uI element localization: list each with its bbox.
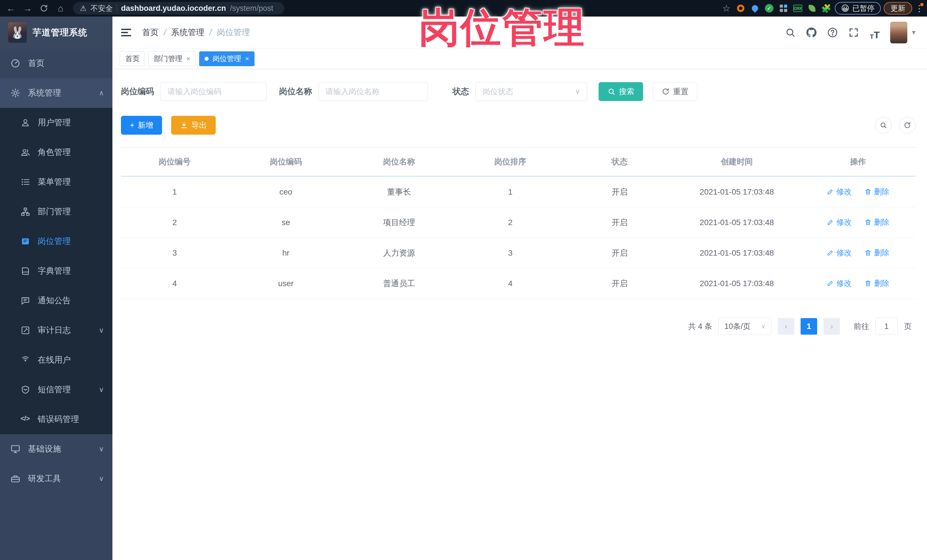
search-button[interactable]: 搜索 — [599, 82, 643, 101]
sidebar-item-label: 研发工具 — [28, 473, 91, 484]
header-search-button[interactable] — [782, 24, 798, 41]
browser-refresh-button[interactable] — [37, 2, 51, 15]
refresh-icon — [662, 88, 670, 96]
tab-posts[interactable]: 岗位管理 × — [199, 52, 254, 66]
app-logo-row[interactable]: 🐰 芋道管理系统 — [0, 17, 112, 49]
delete-link[interactable]: 删除 — [864, 278, 889, 288]
extension-grid-icon[interactable] — [778, 3, 789, 14]
sidebar-item-label: 在线用户 — [38, 354, 104, 366]
sidebar-item-audit-log[interactable]: 审计日志 ∨ — [0, 316, 112, 345]
sidebar-item-infrastructure[interactable]: 基础设施 ∨ — [0, 434, 112, 464]
trash-icon — [864, 249, 872, 256]
post-code-input-wrap — [160, 82, 266, 101]
sidebar-item-label: 岗位管理 — [38, 236, 104, 247]
help-button[interactable] — [825, 24, 840, 41]
next-page-button[interactable]: › — [824, 318, 840, 335]
users-icon — [21, 147, 30, 157]
user-avatar[interactable] — [890, 22, 907, 43]
extension-location-pin-icon[interactable] — [749, 3, 761, 14]
col-header-post-name: 岗位名称 — [343, 147, 455, 176]
reset-button[interactable]: 重置 — [653, 82, 697, 101]
pagination: 共 4 条 10条/页 ∨ ‹ 1 › 前往 页 — [121, 318, 912, 335]
cell-post-name: 普通员工 — [343, 269, 455, 299]
prev-page-button[interactable]: ‹ — [778, 318, 794, 335]
sidebar-item-notices[interactable]: 通知公告 — [0, 286, 112, 316]
status-select[interactable]: 岗位状态 ∨ — [475, 82, 587, 101]
page-number-1[interactable]: 1 — [801, 318, 817, 335]
sidebar-item-users[interactable]: 用户管理 — [0, 108, 112, 138]
sidebar-item-menus[interactable]: 菜单管理 — [0, 167, 112, 197]
extension-orange-ring-icon[interactable] — [735, 3, 746, 14]
chevron-down-icon: ∨ — [761, 323, 766, 330]
tab-home[interactable]: 首页 — [120, 52, 145, 66]
sidebar-item-sms[interactable]: 短信管理 ∨ — [0, 375, 112, 405]
monitor-icon — [10, 444, 21, 454]
edit-link[interactable]: 修改 — [827, 217, 852, 228]
edit-label: 修改 — [836, 187, 852, 197]
avatar-caret-icon[interactable]: ▾ — [912, 28, 916, 37]
post-code-input[interactable] — [167, 87, 259, 96]
list-icon — [21, 177, 30, 187]
url-path: /system/post — [230, 4, 274, 13]
edit-label: 修改 — [836, 278, 852, 288]
sidebar-item-roles[interactable]: 角色管理 — [0, 138, 112, 167]
table-row: 4 user 普通员工 4 开启 2021-01-05 17:03:48 修改 … — [121, 269, 916, 299]
sidebar-item-error-codes[interactable]: </> 错误码管理 — [0, 405, 112, 434]
sidebar-item-label: 系统管理 — [28, 87, 91, 99]
prev-icon: ‹ — [785, 322, 787, 331]
toggle-search-button[interactable] — [875, 117, 892, 134]
close-icon[interactable]: × — [186, 55, 190, 63]
extension-green-check-icon[interactable]: ✓ — [763, 3, 775, 14]
sidebar-item-label: 通知公告 — [38, 295, 104, 307]
profile-paused-chip[interactable]: 😀 已暂停 — [835, 2, 881, 15]
browser-back-button[interactable]: ← — [4, 2, 18, 15]
extensions-puzzle-icon[interactable]: 🧩 — [821, 3, 832, 14]
sidebar-item-online-users[interactable]: 在线用户 — [0, 345, 112, 375]
cell-post-id: 2 — [121, 207, 228, 238]
not-secure-label[interactable]: 不安全 — [90, 3, 113, 14]
edit-icon — [827, 219, 834, 226]
table-row: 1 ceo 董事长 1 开启 2021-01-05 17:03:48 修改 删除 — [121, 176, 916, 207]
add-button[interactable]: + 新增 — [121, 116, 162, 135]
breadcrumb-system[interactable]: 系统管理 — [171, 27, 204, 38]
fullscreen-button[interactable] — [846, 24, 862, 41]
sidebar-item-dev-tools[interactable]: 研发工具 ∨ — [0, 464, 112, 493]
browser-home-button[interactable]: ⌂ — [54, 2, 67, 15]
export-button-label: 导出 — [191, 120, 207, 131]
delete-link[interactable]: 删除 — [864, 187, 889, 197]
sidebar-item-home[interactable]: 首页 — [0, 49, 112, 78]
sidebar-item-dictionary[interactable]: 字典管理 — [0, 256, 112, 286]
export-button[interactable]: 导出 — [171, 116, 216, 135]
browser-forward-button[interactable]: → — [21, 2, 34, 15]
sidebar-item-label: 错误码管理 — [38, 414, 104, 425]
address-bar[interactable]: ⚠ 不安全 dashboard.yudao.iocoder.cn/system/… — [73, 2, 284, 15]
delete-link[interactable]: 删除 — [864, 247, 889, 258]
breadcrumb-home[interactable]: 首页 — [142, 27, 159, 38]
font-size-button[interactable]: TT — [867, 24, 883, 41]
sidebar-item-departments[interactable]: 部门管理 — [0, 197, 112, 226]
edit-link[interactable]: 修改 — [827, 278, 852, 288]
bookmark-star-icon[interactable]: ☆ — [721, 3, 732, 14]
delete-label: 删除 — [874, 278, 889, 288]
dashboard-icon — [10, 58, 21, 68]
post-name-input[interactable] — [325, 87, 421, 96]
gear-icon — [10, 88, 21, 98]
page-size-select[interactable]: 10条/页 ∨ — [719, 318, 772, 335]
browser-menu-button[interactable]: ⋮ — [915, 3, 923, 14]
goto-page-input[interactable] — [875, 318, 898, 335]
refresh-table-button[interactable] — [899, 117, 916, 134]
extension-leaf-icon[interactable] — [806, 3, 818, 14]
post-code-label: 岗位编码 — [121, 86, 154, 97]
chrome-update-button[interactable]: 更新 — [884, 2, 912, 15]
delete-link[interactable]: 删除 — [864, 217, 889, 228]
extension-crx-icon[interactable]: CRX — [792, 3, 804, 14]
edit-link[interactable]: 修改 — [827, 247, 852, 258]
sidebar-item-system[interactable]: 系统管理 ∧ — [0, 78, 112, 108]
github-link[interactable] — [804, 24, 819, 41]
edit-link[interactable]: 修改 — [827, 187, 852, 197]
tab-label: 部门管理 — [154, 54, 182, 63]
close-icon[interactable]: × — [245, 55, 249, 63]
tab-departments[interactable]: 部门管理 × — [148, 52, 196, 66]
hamburger-icon[interactable] — [120, 26, 132, 39]
sidebar-item-posts[interactable]: 岗位管理 — [0, 226, 112, 256]
